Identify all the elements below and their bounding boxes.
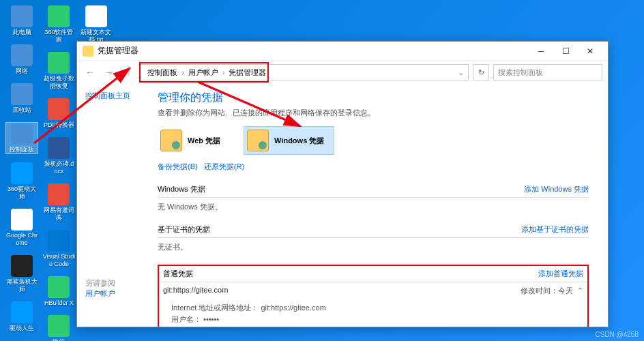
add-cert-cred[interactable]: 添加基于证书的凭据 xyxy=(521,224,589,235)
desktop-icon[interactable]: 网易有道词典 xyxy=(42,183,75,222)
sidebar-home[interactable]: 控制面板主页 xyxy=(85,91,144,101)
search-input[interactable]: 搜索控制面板 xyxy=(493,64,602,80)
backup-link[interactable]: 备份凭据(B) xyxy=(158,162,198,170)
sidebar: 控制面板主页 另请参阅 用户帐户 xyxy=(77,84,152,327)
windows-cred-section: Windows 凭据 添加 Windows 凭据 xyxy=(158,181,589,198)
vault-icon xyxy=(160,130,182,151)
credential-detail: Internet 地址或网络地址： git:https://gitee.com … xyxy=(159,299,587,327)
up-button[interactable]: ↑ xyxy=(121,65,136,80)
vault-icon xyxy=(247,130,269,151)
breadcrumb-seg[interactable]: 凭据管理器 xyxy=(226,68,269,78)
desktop-icon[interactable]: 网络 xyxy=(5,44,38,75)
add-generic-cred[interactable]: 添加普通凭据 xyxy=(538,269,583,279)
sidebar-related-heading: 另请参阅 xyxy=(85,278,144,288)
sidebar-accounts[interactable]: 用户帐户 xyxy=(85,288,144,299)
web-credentials-button[interactable]: Web 凭据 xyxy=(158,126,230,155)
desktop-icon[interactable]: 驱动人生 xyxy=(5,301,38,332)
desktop-icon[interactable]: 黑鲨装机大师 xyxy=(5,255,38,293)
titlebar: 凭据管理器 ─ ☐ ✕ xyxy=(77,42,608,61)
desktop-icon[interactable]: 控制面板 xyxy=(5,122,38,154)
back-button[interactable]: ← xyxy=(83,65,98,80)
desktop-icon[interactable]: Google Chrome xyxy=(5,209,38,247)
generic-cred-annotation: 普通凭据 添加普通凭据 git:https://gitee.com 修改时间：今… xyxy=(158,265,589,327)
credential-manager-window: 凭据管理器 ─ ☐ ✕ ← → ↑ 控制面板› 用户帐户› 凭据管理器 ⌄ ↻ … xyxy=(76,41,609,327)
dropdown-icon[interactable]: ⌄ xyxy=(458,68,464,77)
desktop-icon[interactable]: 360驱动大师 xyxy=(5,162,38,201)
cert-cred-empty: 无证书。 xyxy=(158,238,589,262)
desktop-icon[interactable]: HBuilder X xyxy=(42,276,75,307)
maximize-button[interactable]: ☐ xyxy=(553,44,578,59)
page-heading: 管理你的凭据 xyxy=(158,91,589,105)
minimize-button[interactable]: ─ xyxy=(529,44,553,59)
desktop-icon[interactable]: 回收站 xyxy=(5,83,38,114)
desktop-icon[interactable]: 微信 xyxy=(42,315,75,341)
forward-button[interactable]: → xyxy=(102,65,117,80)
cert-cred-section: 基于证书的凭据 添加基于证书的凭据 xyxy=(158,222,589,238)
watermark: CSDN @4258 xyxy=(595,331,639,338)
desktop-icon[interactable]: 360软件管家 xyxy=(42,5,75,44)
credential-icon xyxy=(83,46,93,57)
chevron-up-icon: ⌃ xyxy=(577,286,583,295)
breadcrumb-seg[interactable]: 控制面板 xyxy=(145,68,180,78)
windows-credentials-button[interactable]: Windows 凭据 xyxy=(244,126,334,155)
refresh-button[interactable]: ↻ xyxy=(473,64,489,80)
backup-restore-links: 备份凭据(B) 还原凭据(R) xyxy=(158,162,589,172)
content: 管理你的凭据 查看并删除你为网站、已连接的应用程序和网络保存的登录信息。 Web… xyxy=(152,84,608,327)
breadcrumb-seg[interactable]: 用户帐户 xyxy=(186,68,221,78)
desktop-icon[interactable]: PDF转换器 xyxy=(42,98,75,129)
restore-link[interactable]: 还原凭据(R) xyxy=(204,162,244,170)
generic-cred-section: 普通凭据 添加普通凭据 xyxy=(159,266,587,282)
close-button[interactable]: ✕ xyxy=(578,44,602,59)
navbar: ← → ↑ 控制面板› 用户帐户› 凭据管理器 ⌄ ↻ 搜索控制面板 xyxy=(77,61,608,84)
desktop-icon[interactable]: 装机必读.docx xyxy=(42,137,75,175)
desktop-icon[interactable]: 此电脑 xyxy=(5,5,38,36)
desktop-icon[interactable]: Visual Studio Code xyxy=(42,230,75,268)
breadcrumb[interactable]: 控制面板› 用户帐户› 凭据管理器 ⌄ xyxy=(140,64,469,80)
windows-cred-empty: 无 Windows 凭据。 xyxy=(158,198,589,222)
credential-header[interactable]: git:https://gitee.com 修改时间：今天⌃ xyxy=(159,282,587,299)
credential-item: git:https://gitee.com 修改时间：今天⌃ Internet … xyxy=(159,282,587,327)
desktop-icon[interactable]: 超级兔子数据恢复 xyxy=(42,52,75,90)
desktop-icon[interactable]: 新建文本文档.txt xyxy=(80,5,113,44)
add-windows-cred[interactable]: 添加 Windows 凭据 xyxy=(524,184,589,194)
page-subheading: 查看并删除你为网站、已连接的应用程序和网络保存的登录信息。 xyxy=(158,108,589,118)
window-title: 凭据管理器 xyxy=(98,45,529,57)
credential-name: git:https://gitee.com xyxy=(163,286,228,296)
